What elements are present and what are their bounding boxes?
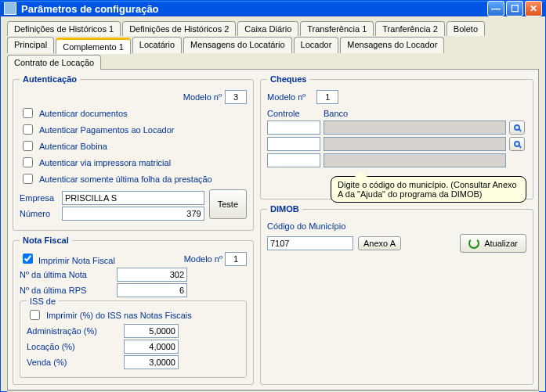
chk-auth-matricial[interactable]: [23, 157, 33, 167]
codigo-municipio-label: Código do Município: [267, 221, 526, 231]
ultima-nota-input[interactable]: [117, 268, 187, 282]
loc-label: Locação (%): [27, 342, 121, 351]
right-column: Cheques Modelo nº Controle Banco: [260, 74, 533, 385]
help-tooltip: Digite o código do município. (Consultar…: [331, 176, 526, 203]
dimob-group: DIMOB Código do Município Anexo A Atuali…: [260, 204, 533, 385]
minimize-button[interactable]: —: [487, 1, 504, 16]
lbl-auth-doc: Autenticar documentos: [39, 109, 128, 118]
ultima-rps-label: Nº da última RPS: [20, 286, 114, 295]
tab-boleto[interactable]: Boleto: [447, 21, 485, 36]
cheques-modelo-input[interactable]: [316, 90, 338, 104]
chk-auth-bobina[interactable]: [23, 141, 33, 151]
lbl-imprimir-nf: Imprimir Nota Fiscal: [38, 256, 115, 265]
tab-panel: Autenticação Modelo nº Autenticar docume…: [7, 69, 539, 390]
lbl-iss-imprimir: Imprimir (%) do ISS nas Notas Fiscais: [46, 311, 192, 320]
window-title: Parâmetros de configuração: [21, 3, 486, 15]
lbl-auth-matricial: Autenticar via impressora matricial: [39, 158, 171, 167]
left-column: Autenticação Modelo nº Autenticar docume…: [13, 74, 254, 385]
atualizar-label: Atualizar: [484, 239, 518, 248]
refresh-icon: [468, 238, 479, 249]
banco-display-2: [324, 137, 506, 151]
ultima-rps-input[interactable]: [117, 283, 187, 297]
lookup-button-2[interactable]: [509, 137, 525, 151]
tab-row-2: Principal Complemento 1 Locatário Mensag…: [7, 35, 539, 70]
tab-transferencia2[interactable]: Tranferência 2: [375, 21, 445, 36]
controle-input-2[interactable]: [267, 137, 320, 151]
codigo-municipio-input[interactable]: [267, 236, 353, 250]
chk-auth-pag[interactable]: [23, 124, 33, 135]
lookup-button-1[interactable]: [509, 120, 525, 135]
auth-modelo-input[interactable]: [225, 90, 247, 104]
autenticacao-legend: Autenticação: [20, 74, 80, 84]
tab-historicos1[interactable]: Definições de Históricos 1: [7, 21, 121, 36]
numero-input[interactable]: [62, 207, 204, 221]
tab-row-1: Definições de Históricos 1 Definições de…: [7, 21, 539, 36]
loc-input[interactable]: [124, 340, 179, 354]
dimob-legend: DIMOB: [267, 204, 302, 214]
chk-iss-imprimir[interactable]: [30, 310, 40, 320]
controle-input-1[interactable]: [267, 120, 320, 135]
lbl-auth-pag: Autenticar Pagamentos ao Locador: [39, 125, 174, 135]
search-icon: [514, 141, 520, 147]
adm-label: Administração (%): [27, 326, 121, 336]
tab-principal[interactable]: Principal: [7, 37, 54, 53]
banco-header: Banco: [324, 109, 506, 118]
tab-msg-locador[interactable]: Mensagens do Locador: [340, 37, 444, 53]
tab-caixa-diario[interactable]: Caixa Diário: [237, 21, 298, 36]
chk-auth-ultima[interactable]: [23, 174, 33, 184]
teste-button[interactable]: Teste: [209, 189, 247, 219]
banco-display-3: [324, 153, 506, 167]
chk-imprimir-nf[interactable]: [23, 254, 33, 264]
controle-header: Controle: [267, 109, 320, 118]
tab-contrato[interactable]: Contrato de Locação: [7, 55, 101, 70]
tab-complemento1[interactable]: Complemento 1: [56, 38, 131, 54]
banco-display-1: [324, 120, 506, 135]
config-window: Parâmetros de configuração — ☐ ✕ Definiç…: [0, 0, 546, 392]
adm-input[interactable]: [124, 324, 179, 338]
tab-locador[interactable]: Locador: [294, 37, 339, 53]
ven-input[interactable]: [124, 355, 179, 369]
empresa-label: Empresa: [20, 193, 59, 203]
nf-legend: Nota Fiscal: [20, 236, 72, 245]
ultima-nota-label: Nº da última Nota: [20, 270, 114, 279]
titlebar: Parâmetros de configuração — ☐ ✕: [1, 1, 545, 16]
controle-input-3[interactable]: [267, 153, 320, 167]
cheques-legend: Cheques: [267, 74, 309, 84]
chk-auth-doc[interactable]: [23, 108, 33, 118]
close-button[interactable]: ✕: [525, 1, 542, 16]
lbl-auth-bobina: Autenticar Bobina: [39, 142, 107, 151]
tab-msg-locatario[interactable]: Mensagens do Locatário: [183, 37, 291, 53]
cheques-modelo-label: Modelo nº: [267, 92, 306, 102]
nf-modelo-input[interactable]: [225, 252, 247, 266]
tab-locatario[interactable]: Locatário: [132, 37, 182, 53]
nf-modelo-label: Modelo nº: [184, 254, 222, 264]
anexo-a-button[interactable]: Anexo A: [358, 236, 401, 250]
nota-fiscal-group: Nota Fiscal Imprimir Nota Fiscal Modelo …: [13, 236, 254, 385]
iss-group: ISS de Imprimir (%) do ISS nas Notas Fis…: [20, 300, 247, 378]
lbl-auth-ultima: Autenticar somente última folha da prest…: [39, 174, 212, 184]
autenticacao-group: Autenticação Modelo nº Autenticar docume…: [13, 74, 254, 231]
tab-transferencia1[interactable]: Transferência 1: [300, 21, 374, 36]
empresa-input[interactable]: [62, 191, 204, 205]
auth-modelo-label: Modelo nº: [183, 92, 222, 102]
search-icon: [514, 124, 520, 131]
content-area: Definições de Históricos 1 Definições de…: [1, 16, 545, 392]
atualizar-button[interactable]: Atualizar: [460, 234, 526, 253]
numero-label: Número: [20, 209, 59, 218]
iss-legend: ISS de: [27, 297, 59, 306]
maximize-button[interactable]: ☐: [506, 1, 523, 16]
ven-label: Venda (%): [27, 358, 121, 367]
app-icon: [4, 2, 16, 15]
tab-historicos2[interactable]: Definições de Históricos 2: [122, 21, 236, 36]
